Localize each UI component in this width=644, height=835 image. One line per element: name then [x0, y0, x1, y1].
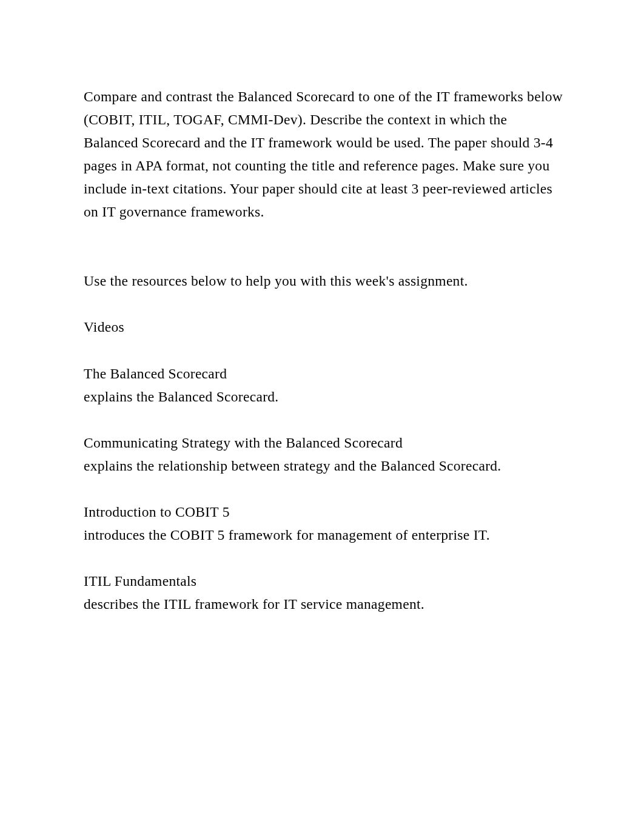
resource-title: ITIL Fundamentals	[84, 569, 565, 592]
resource-title: The Balanced Scorecard	[84, 362, 565, 385]
resource-description: explains the Balanced Scorecard.	[84, 385, 565, 408]
videos-heading: Videos	[84, 315, 565, 338]
resource-title: Introduction to COBIT 5	[84, 500, 565, 523]
resource-description: describes the ITIL framework for IT serv…	[84, 592, 565, 615]
resource-item: The Balanced Scorecard explains the Bala…	[84, 362, 565, 408]
resource-title: Communicating Strategy with the Balanced…	[84, 431, 565, 454]
resource-item: ITIL Fundamentals describes the ITIL fra…	[84, 569, 565, 615]
assignment-note: Use the resources below to help you with…	[84, 269, 565, 292]
intro-paragraph: Compare and contrast the Balanced Scorec…	[84, 85, 565, 223]
resource-description: introduces the COBIT 5 framework for man…	[84, 523, 565, 546]
resource-description: explains the relationship between strate…	[84, 454, 565, 477]
document-body: Compare and contrast the Balanced Scorec…	[84, 85, 565, 615]
resource-item: Communicating Strategy with the Balanced…	[84, 431, 565, 477]
resource-item: Introduction to COBIT 5 introduces the C…	[84, 500, 565, 546]
